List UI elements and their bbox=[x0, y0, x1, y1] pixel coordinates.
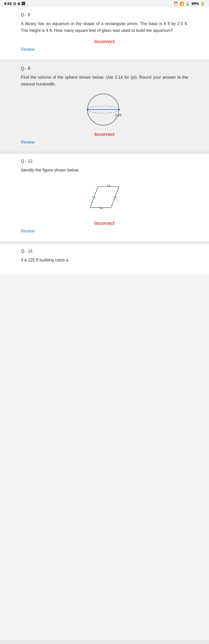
sphere-label: 2 yd bbox=[115, 113, 121, 117]
notification-icons: ⊙ ⊚ 🖼 bbox=[13, 2, 25, 6]
svg-line-7 bbox=[109, 185, 110, 187]
q8-review[interactable]: Review bbox=[21, 47, 188, 52]
battery-text: 99% bbox=[191, 2, 199, 6]
q9-result: Incorrect bbox=[21, 132, 188, 137]
divider-1 bbox=[0, 60, 209, 62]
q14-number: Q.- 14 bbox=[21, 249, 188, 254]
status-bar: 9:54 ⊙ ⊚ 🖼 ⏰ 📶 📡 99% 🔋 bbox=[0, 0, 209, 7]
divider-3 bbox=[0, 242, 209, 244]
parallelogram-svg bbox=[82, 179, 127, 215]
q9-review[interactable]: Review bbox=[21, 140, 188, 145]
time: 9:54 bbox=[4, 2, 11, 6]
question-9-block: Q.- 9 Find the volume of the sphere show… bbox=[0, 62, 209, 152]
sphere-diagram: 2 yd bbox=[21, 93, 188, 127]
svg-point-4 bbox=[118, 109, 120, 110]
status-left: 9:54 ⊙ ⊚ 🖼 bbox=[4, 2, 25, 6]
q8-result: Incorrect bbox=[21, 39, 188, 44]
q12-text: Identify the figure shown below. bbox=[21, 167, 188, 174]
wifi-icon: 📶 bbox=[179, 2, 184, 6]
q14-text: If a 125 ft building casts a bbox=[21, 257, 188, 264]
content-area: Q.- 8 A library has an aquarium in the s… bbox=[0, 7, 209, 640]
q12-result: Incorrect bbox=[21, 221, 188, 226]
q12-number: Q.- 12 bbox=[21, 159, 188, 164]
question-8-block: Q.- 8 A library has an aquarium in the s… bbox=[0, 7, 209, 60]
q8-text: A library has an aquarium in the shape o… bbox=[21, 20, 188, 34]
svg-line-6 bbox=[107, 185, 108, 187]
parallelogram-diagram bbox=[21, 179, 188, 215]
sphere-svg: 2 yd bbox=[84, 93, 125, 127]
signal-icon: 📡 bbox=[185, 2, 190, 6]
divider-2 bbox=[0, 152, 209, 154]
q12-review[interactable]: Review bbox=[21, 229, 188, 233]
question-14-block: Q.- 14 If a 125 ft building casts a bbox=[0, 244, 209, 275]
battery-icon: 🔋 bbox=[200, 2, 205, 6]
q8-number: Q.- 8 bbox=[21, 13, 188, 17]
status-right: ⏰ 📶 📡 99% 🔋 bbox=[173, 2, 205, 6]
question-12-block: Q.- 12 Identify the figure shown below. … bbox=[0, 154, 209, 242]
svg-point-3 bbox=[87, 109, 88, 110]
q9-number: Q.- 9 bbox=[21, 66, 188, 71]
alarm-icon: ⏰ bbox=[173, 2, 178, 6]
q9-text: Find the volume of the sphere shown belo… bbox=[21, 74, 188, 87]
